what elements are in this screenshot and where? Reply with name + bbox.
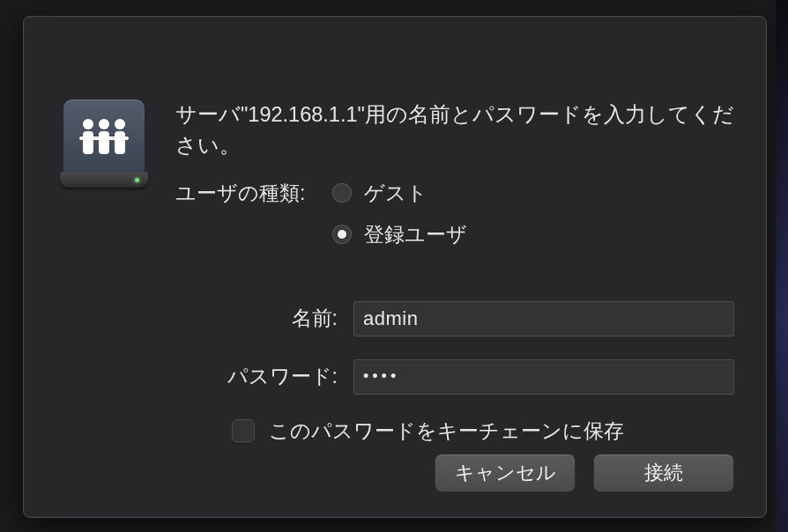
server-icon [56,100,152,248]
name-label: 名前: [56,305,338,332]
connect-button[interactable]: 接続 [593,454,734,492]
keychain-checkbox-row[interactable]: このパスワードをキーチェーンに保存 [232,417,734,445]
password-input[interactable] [353,359,734,395]
user-type-registered-radio[interactable]: 登録ユーザ [332,221,467,248]
user-type-guest-radio[interactable]: ゲスト [332,180,467,207]
cancel-button[interactable]: キャンセル [435,454,576,492]
password-label: パスワード: [56,363,338,390]
svg-rect-3 [99,131,109,154]
user-type-label: ユーザの種類: [175,180,316,207]
dialog-message: サーバ"192.168.1.1"用の名前とパスワードを入力してください。 [175,100,734,162]
radio-icon [332,225,352,244]
keychain-label: このパスワードをキーチェーンに保存 [269,417,624,445]
cancel-button-label: キャンセル [455,460,556,486]
svg-point-4 [115,119,125,129]
radio-icon [332,183,352,203]
checkbox-icon [232,419,255,442]
svg-rect-6 [79,137,129,140]
svg-rect-5 [115,131,125,154]
name-input[interactable] [353,301,734,336]
server-auth-dialog: サーバ"192.168.1.1"用の名前とパスワードを入力してください。 ユーザ… [23,16,767,518]
background-edge [776,0,788,532]
svg-rect-1 [83,131,93,154]
registered-label: 登録ユーザ [364,221,467,248]
svg-point-2 [99,119,109,129]
guest-label: ゲスト [364,180,427,207]
people-icon [76,115,132,158]
connect-button-label: 接続 [644,460,683,486]
svg-point-0 [83,119,93,129]
